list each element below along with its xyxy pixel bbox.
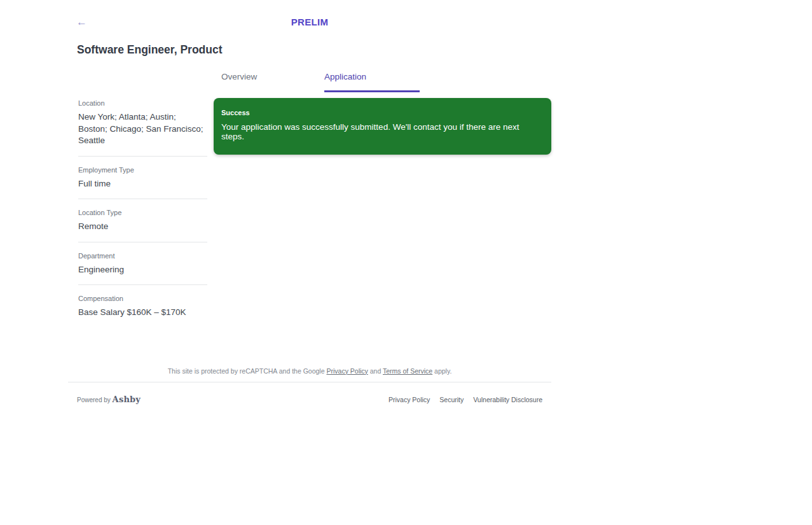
divider <box>78 242 207 242</box>
field-label: Location Type <box>78 207 207 216</box>
google-terms-of-service-link[interactable]: Terms of Service <box>383 367 432 375</box>
back-arrow-icon: ← <box>76 16 87 28</box>
main-panel: Success Your application was successfull… <box>214 98 551 155</box>
divider <box>78 284 207 285</box>
footer-link-security[interactable]: Security <box>439 396 464 403</box>
field-label: Employment Type <box>78 165 207 174</box>
field-location-type: Location Type Remote <box>78 207 207 233</box>
company-name[interactable]: PRELIM <box>291 17 328 27</box>
field-employment-type: Employment Type Full time <box>78 165 207 190</box>
job-title: Software Engineer, Product <box>77 43 551 57</box>
field-location: Location New York; Atlanta; Austin; Bost… <box>78 98 207 147</box>
topbar: ← PRELIM <box>68 0 551 18</box>
field-value: New York; Atlanta; Austin; Boston; Chica… <box>78 111 207 147</box>
field-value: Engineering <box>78 264 207 276</box>
field-value: Remote <box>78 221 207 233</box>
recaptcha-notice: This site is protected by reCAPTCHA and … <box>68 367 551 375</box>
footer-link-privacy-policy[interactable]: Privacy Policy <box>389 396 430 403</box>
alert-message: Your application was successfully submit… <box>221 122 544 141</box>
field-compensation: Compensation Base Salary $160K – $170K <box>78 293 207 319</box>
footer-link-vulnerability-disclosure[interactable]: Vulnerability Disclosure <box>473 396 542 403</box>
powered-by-label: Powered by <box>77 396 111 403</box>
divider <box>78 156 207 157</box>
field-value: Full time <box>78 178 207 190</box>
job-details-sidebar: Location New York; Atlanta; Austin; Bost… <box>78 98 207 319</box>
page-footer: Powered by Ashby Privacy Policy Security… <box>68 382 551 404</box>
footer-links: Privacy Policy Security Vulnerability Di… <box>389 396 542 403</box>
field-label: Location <box>78 98 207 107</box>
content-row: Location New York; Atlanta; Austin; Bost… <box>68 98 551 319</box>
alert-title: Success <box>221 109 544 116</box>
recaptcha-text: and <box>368 367 383 375</box>
field-department: Department Engineering <box>78 251 207 276</box>
recaptcha-text: apply. <box>432 367 451 375</box>
field-value: Base Salary $160K – $170K <box>78 307 207 319</box>
tab-bar: Overview Application <box>221 72 551 92</box>
job-page: ← PRELIM Software Engineer, Product Over… <box>68 0 551 404</box>
recaptcha-text: This site is protected by reCAPTCHA and … <box>168 367 327 375</box>
powered-by: Powered by Ashby <box>77 395 141 404</box>
field-label: Compensation <box>78 293 207 302</box>
tab-overview[interactable]: Overview <box>221 72 317 92</box>
back-button[interactable]: ← <box>76 17 87 27</box>
ashby-logo[interactable]: Ashby <box>113 395 141 404</box>
divider <box>78 199 207 199</box>
field-label: Department <box>78 251 207 260</box>
google-privacy-policy-link[interactable]: Privacy Policy <box>326 367 368 375</box>
tab-application[interactable]: Application <box>324 72 420 92</box>
success-alert: Success Your application was successfull… <box>214 98 551 155</box>
